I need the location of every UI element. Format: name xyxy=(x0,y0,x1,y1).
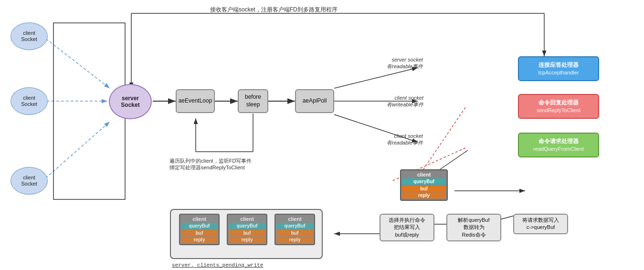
client-socket-1: client Socket xyxy=(11,22,48,50)
handler-connect: 连接应答处理器 tcpAccepthandler xyxy=(518,56,599,81)
label-server-socket-readable: server socket 有readable事件 xyxy=(387,56,423,70)
ae-api-poll: aeApiPoll xyxy=(295,89,334,113)
ae-event-loop: aeEventLoop xyxy=(176,89,215,113)
label-client-readable: client socket 有readable事件 xyxy=(387,133,423,146)
pending-write-box xyxy=(170,209,323,259)
handler-query: 命令请求处理器 readQueryFromClient xyxy=(518,133,599,157)
svg-line-6 xyxy=(42,122,110,181)
svg-line-11 xyxy=(334,68,418,88)
client-socket-3: client Socket xyxy=(11,167,48,195)
svg-line-4 xyxy=(42,36,110,88)
client-obj-large: client queryBuf buf reply xyxy=(400,169,448,201)
label-loop-info: 遍历队列中的client，监听FD写事件 绑定写处理器sendReplyToCl… xyxy=(169,157,252,171)
diagram-container: 接收客户端socket，注册客户端FD到多路复用程序 client Socket… xyxy=(0,0,644,270)
info-parse-query: 解析queryBuf 数据转为 Redis命令 xyxy=(446,214,501,241)
label-client-writeable: client socket 有writeable事件 xyxy=(387,94,423,108)
info-write-query: 将请求数据写入 c->queryBuf xyxy=(513,214,568,234)
info-select-exec: 选择并执行命令 把结果写入 buf或reply xyxy=(380,214,434,241)
client-socket-2: client Socket xyxy=(11,87,48,115)
top-label: 接收客户端socket，注册客户端FD到多路复用程序 xyxy=(210,6,338,14)
handler-reply: 命令回复处理器 sendReplyToClient xyxy=(518,94,599,119)
label-pending-write: server. clients_pending_write xyxy=(172,261,263,269)
before-sleep: before sleep xyxy=(238,89,268,113)
server-socket: server Socket xyxy=(109,84,152,119)
